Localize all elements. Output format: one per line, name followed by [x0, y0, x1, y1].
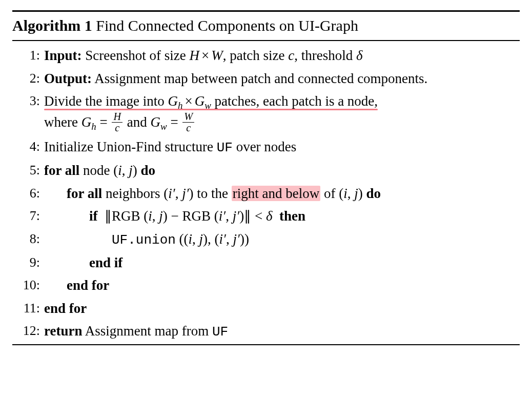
algo-line: 7: if ∥RGB (i, j) − RGB (i′, j′)∥ < δ th…	[12, 205, 520, 228]
line-number: 3:	[12, 91, 44, 111]
text: Assignment map from	[85, 323, 212, 339]
line-content: for all neighbors (i′, j′) to the right …	[44, 183, 520, 204]
text: where	[44, 114, 81, 130]
math-j: j	[129, 163, 133, 178]
text: Initialize Union-Find structure	[44, 139, 217, 154]
line-content: for all node (i, j) do	[44, 160, 520, 181]
text: , threshold	[294, 48, 356, 63]
keyword-output: Output:	[44, 71, 92, 86]
text: , patch size	[223, 48, 288, 63]
keyword-do: do	[141, 163, 156, 178]
algo-line: 1: Input: Screenshot of size H×W, patch …	[12, 44, 520, 67]
code-uf: UF	[112, 232, 128, 248]
algorithm-body: 1: Input: Screenshot of size H×W, patch …	[12, 41, 520, 344]
code-union: .union	[128, 232, 176, 248]
line-number: 12:	[12, 321, 44, 341]
algo-line: 9: end if	[12, 251, 520, 274]
keyword-endfor: end for	[44, 301, 87, 316]
text: neighbors	[106, 186, 163, 201]
algorithm-title-row: Algorithm 1 Find Connected Components on…	[12, 12, 520, 41]
fraction-Wc: Wc	[182, 111, 194, 134]
eq: =	[99, 114, 107, 130]
code-uf: UF	[217, 140, 233, 155]
keyword-forall: for all	[44, 163, 79, 178]
math-i: i	[118, 163, 122, 178]
code-uf: UF	[212, 324, 228, 340]
lt: <	[255, 208, 262, 224]
math-delta: δ	[266, 208, 273, 224]
algo-line: 10: end for	[12, 274, 520, 297]
rgb: RGB	[112, 208, 140, 224]
line-number: 1:	[12, 45, 44, 65]
keyword-forall: for all	[67, 186, 102, 201]
line-number: 11:	[12, 298, 44, 318]
keyword-do: do	[366, 186, 381, 201]
algo-line: 8: UF.union ((i, j), (i′, j′))	[12, 228, 520, 251]
text: of	[320, 186, 339, 201]
line-content: Divide the image into Gh×Gw patches, eac…	[44, 91, 520, 134]
line-content: Input: Screenshot of size H×W, patch siz…	[44, 45, 520, 66]
text: and	[127, 114, 151, 130]
rgb: RGB	[182, 208, 211, 224]
line-number: 7:	[12, 206, 44, 226]
algo-line: 5: for all node (i, j) do	[12, 159, 520, 182]
keyword-if: if	[89, 208, 98, 224]
math-ip: i′	[168, 186, 175, 201]
keyword-endif: end if	[89, 255, 122, 270]
algo-line: 12: return Assignment map from UF	[12, 320, 520, 343]
algo-line: 2: Output: Assignment map between patch …	[12, 67, 520, 90]
math-W: W	[211, 48, 223, 63]
math-Gh2: Gh	[81, 114, 96, 130]
annotated-underline: Divide the image into Gh×Gw patches, eac…	[44, 93, 378, 109]
keyword-input: Input:	[44, 48, 82, 63]
line-number: 4:	[12, 136, 44, 156]
line-content: return Assignment map from UF	[44, 321, 520, 342]
keyword-return: return	[44, 323, 83, 339]
algo-line: 6: for all neighbors (i′, j′) to the rig…	[12, 182, 520, 205]
fraction-Hc: Hc	[112, 111, 122, 134]
text: Assignment map between patch and connect…	[94, 71, 427, 86]
line-content: if ∥RGB (i, j) − RGB (i′, j′)∥ < δ then	[44, 206, 520, 227]
text: to the	[194, 186, 232, 201]
line-number: 10:	[12, 275, 44, 295]
line-number: 2:	[12, 68, 44, 88]
line-content: end for	[44, 298, 520, 319]
algo-line: 4: Initialize Union-Find structure UF ov…	[12, 135, 520, 159]
line-content: end for	[44, 275, 520, 296]
highlighted-text: right and below	[232, 186, 320, 201]
text: Divide the image into	[44, 93, 168, 109]
algo-line: 11: end for	[12, 297, 520, 320]
math-c: c	[288, 48, 294, 63]
algorithm-label: Algorithm 1	[12, 17, 92, 34]
text: patches, each patch is a node,	[211, 93, 378, 109]
line-number: 8:	[12, 229, 44, 249]
algo-line: 3: Divide the image into Gh×Gw patches, …	[12, 90, 520, 135]
math-H: H	[189, 48, 199, 63]
math-Gw: Gw	[195, 93, 211, 109]
line-content: UF.union ((i, j), (i′, j′))	[44, 229, 520, 250]
algorithm-block: Algorithm 1 Find Connected Components on…	[12, 10, 520, 345]
math-Gw2: Gw	[151, 114, 167, 130]
text: node	[83, 163, 113, 178]
algorithm-caption: Find Connected Components on UI-Graph	[96, 17, 358, 34]
line-number: 9:	[12, 252, 44, 272]
keyword-endfor: end for	[67, 278, 109, 293]
text: Screenshot of size	[85, 48, 189, 63]
math-Gh: Gh	[168, 93, 182, 109]
line-content: Output: Assignment map between patch and…	[44, 68, 520, 89]
math-jp: j′	[182, 186, 189, 201]
eq: =	[170, 114, 178, 130]
line-content: Initialize Union-Find structure UF over …	[44, 136, 520, 158]
line-number: 6:	[12, 183, 44, 203]
line-content: end if	[44, 252, 520, 273]
line-number: 5:	[12, 160, 44, 180]
keyword-then: then	[279, 208, 305, 224]
math-delta: δ	[356, 48, 363, 63]
text: over nodes	[233, 139, 296, 154]
